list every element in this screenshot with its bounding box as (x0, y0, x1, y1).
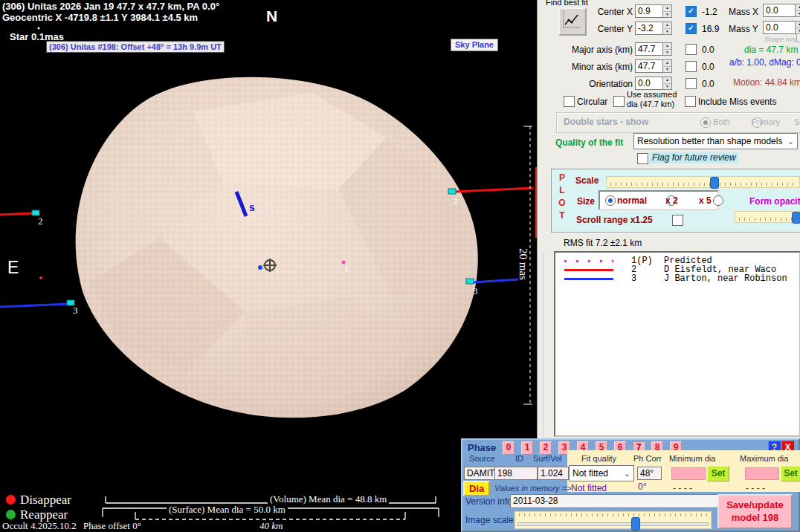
center-y-spinner[interactable]: ▲▼ (662, 22, 672, 35)
predicted-point-dot (39, 276, 42, 279)
phase-2-button[interactable]: 2 (540, 441, 552, 455)
chord-2-left-marker[interactable] (32, 210, 39, 215)
major-axis-offset: 0.0 (702, 45, 714, 55)
mass-y-spinner[interactable]: ▲▼ (795, 21, 800, 34)
size-normal-radio[interactable] (605, 195, 616, 206)
min-dia-set-button[interactable]: Set (707, 466, 729, 481)
mass-y-field[interactable]: 0.0 (763, 21, 797, 34)
asteroid-shape-model (76, 77, 478, 418)
use-assumed-checkbox[interactable] (613, 96, 625, 107)
minor-axis-label: Minor axis (km) (538, 62, 633, 72)
accent-line (535, 167, 537, 238)
double-primary-label: Primary (752, 117, 780, 126)
include-miss-checkbox[interactable] (685, 96, 696, 107)
form-opacity-slider[interactable] (735, 211, 800, 223)
center-y-checkbox[interactable] (686, 23, 697, 34)
max-dia-set-button[interactable]: Set (781, 466, 800, 481)
dia-button[interactable]: Dia (463, 481, 490, 496)
scale-slider[interactable] (606, 176, 800, 188)
phase-0-button[interactable]: 0 (503, 441, 514, 455)
mass-y-label: Mass Y (729, 24, 758, 34)
phase-1-button[interactable]: 1 (521, 441, 533, 455)
chord-3-left-label: 3 (73, 305, 78, 317)
size-radio-group: normal x 2 x 5 (599, 190, 719, 210)
major-axis-checkbox[interactable] (686, 44, 697, 55)
chord-3-right-label: 3 (473, 285, 478, 297)
legend-observer: J Barton, near Robinson (664, 274, 787, 283)
mass-x-spinner[interactable]: ▲▼ (795, 4, 800, 17)
image-scale-groove (517, 522, 709, 526)
chords-legend-box: 1(P) Predicted 2 D Eisfeldt, near Waco 3… (554, 251, 800, 437)
image-scale-slider[interactable] (514, 511, 712, 529)
center-x-field[interactable]: 0.9 (635, 4, 663, 18)
orientation-checkbox[interactable] (686, 78, 697, 89)
orientation-spinner[interactable]: ▲▼ (662, 77, 672, 90)
fit-quality-dropdown[interactable]: Not fitted (569, 465, 634, 481)
surfvol-label: Surf/Vol (533, 454, 562, 463)
ph-corr-field[interactable]: 48° (637, 467, 662, 480)
predicted-dotted-line-icon (564, 260, 613, 262)
occult-window: (306) Unitas 2026 Jan 19 47.7 x 47.7 km,… (0, 0, 800, 532)
model-center-dot (258, 265, 262, 270)
minor-axis-spinner[interactable]: ▲▼ (662, 59, 672, 73)
center-x-spinner[interactable]: ▲▼ (662, 4, 672, 18)
mas-scale-label: 20 mas (517, 248, 529, 280)
reappear-dot-icon (6, 510, 16, 519)
min-dia-field[interactable] (671, 467, 706, 480)
minor-axis-offset: 0.0 (702, 62, 714, 72)
image-scale-slider-thumb[interactable] (631, 517, 640, 531)
include-miss-label: Include Miss events (698, 97, 776, 107)
minor-axis-field[interactable]: 47.7 (635, 59, 663, 73)
double-stars-label: Double stars - show (564, 117, 648, 127)
chord-3-left-line (0, 304, 69, 307)
circular-checkbox[interactable] (564, 96, 575, 107)
circular-label: Circular (577, 97, 607, 107)
plot-options-box: PL OT Scale Size normal x 2 x 5 Form opa… (551, 169, 800, 233)
scroll-range-checkbox[interactable] (672, 215, 683, 226)
app-version: Occult 4.2025.10.2 (2, 520, 77, 532)
major-axis-field[interactable]: 47.7 (635, 42, 663, 56)
double-secondary-label: Secondary (794, 117, 800, 126)
shape-model-checkbox[interactable] (796, 33, 800, 42)
ph-corr-label: Ph Corr (633, 454, 662, 463)
id-field[interactable]: 198 (494, 467, 538, 480)
sky-plane-button[interactable]: Sky Plane (451, 39, 498, 51)
legend-num: 3 (631, 274, 664, 283)
quality-dropdown[interactable]: Resolution better than shape models (633, 133, 798, 149)
quality-label: Quality of the fit (555, 137, 623, 148)
mass-x-field[interactable]: 0.0 (763, 4, 797, 17)
fit-quality-label: Fit quality (581, 454, 616, 463)
orientation-field[interactable]: 0.0 (635, 77, 663, 90)
flag-review-checkbox[interactable] (637, 153, 648, 164)
memory-fit-quality: Not fitted (571, 483, 607, 493)
size-x5-radio[interactable] (713, 195, 723, 206)
max-dia-label: Maximum dia (740, 454, 788, 463)
max-dia-field[interactable] (745, 467, 779, 480)
disappear-label: Disappear (20, 493, 71, 507)
major-axis-spinner[interactable]: ▲▼ (662, 42, 672, 56)
double-both-radio[interactable] (700, 117, 711, 128)
orientation-label: Orientation (538, 79, 633, 89)
center-x-label: Center X (538, 7, 633, 17)
chord-2-left-line (0, 213, 34, 215)
chord-3-right-marker[interactable] (466, 279, 474, 284)
version-info-field[interactable]: 2011-03-28 (510, 494, 718, 508)
chord-2-right-line (454, 188, 533, 192)
double-stars-group: Double stars - show Both Primary Seconda… (556, 112, 800, 133)
source-label: Source (469, 454, 495, 463)
east-label: E (7, 258, 19, 278)
save-update-button[interactable]: Save/update model 198 (717, 494, 793, 529)
phase-offset-label: Phase offset 0° (83, 520, 141, 532)
center-x-checkbox[interactable] (686, 6, 697, 17)
form-opacity-slider-thumb[interactable] (792, 212, 800, 224)
fit-controls-panel: Find best fit Center X 0.9 ▲▼ -1.2 Cente… (537, 0, 800, 440)
minor-axis-checkbox[interactable] (686, 61, 697, 72)
scale-slider-thumb[interactable] (710, 177, 719, 189)
image-scale-label: Image scale (465, 515, 514, 525)
orientation-offset: 0.0 (702, 79, 714, 89)
chord-2-right-marker[interactable] (448, 189, 456, 194)
size-normal-label: normal (617, 195, 647, 206)
star-size-dot (38, 27, 40, 30)
flag-review-label: Flag for future review (650, 152, 738, 163)
center-y-field[interactable]: -3.2 (635, 22, 663, 35)
